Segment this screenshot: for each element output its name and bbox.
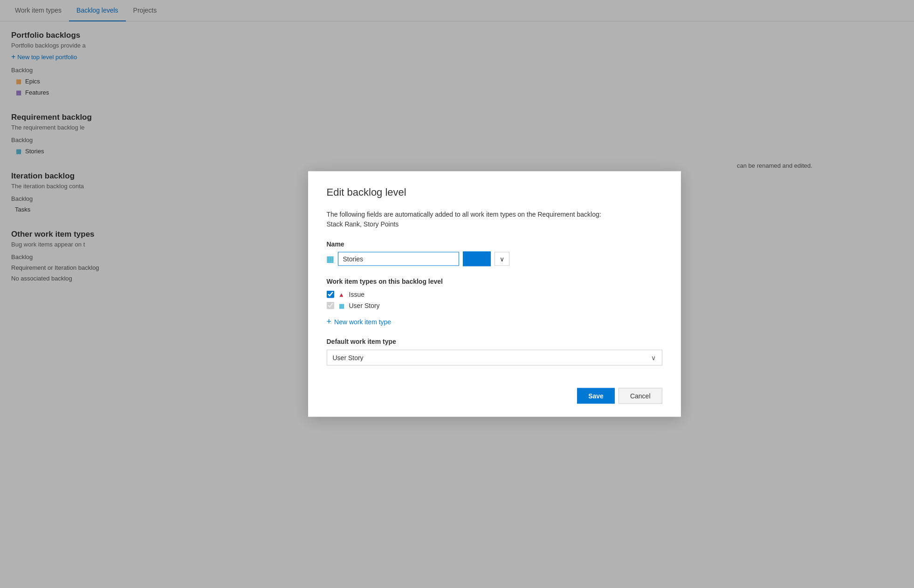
default-wit-select-wrapper: User Story Issue	[327, 350, 662, 366]
user-story-checkbox-row: ▦ User Story	[327, 302, 662, 309]
cancel-button[interactable]: Cancel	[618, 388, 662, 404]
user-story-label: User Story	[349, 302, 380, 309]
issue-label: Issue	[349, 291, 364, 298]
name-row: ▦ ∨	[327, 252, 662, 267]
color-picker-button[interactable]	[463, 252, 491, 267]
new-wit-link[interactable]: + New work item type	[327, 317, 662, 327]
modal-info: The following fields are automatically a…	[327, 210, 662, 229]
user-story-checkbox	[327, 302, 334, 309]
issue-icon: ▲	[338, 291, 345, 298]
issue-checkbox[interactable]	[327, 291, 334, 298]
name-label: Name	[327, 240, 662, 248]
default-wit-label: Default work item type	[327, 338, 662, 345]
name-input[interactable]	[338, 252, 459, 266]
backlog-icon-grid: ▦	[327, 255, 334, 263]
modal-title: Edit backlog level	[327, 186, 662, 198]
new-wit-plus-icon: +	[327, 317, 332, 327]
user-story-icon: ▦	[338, 302, 345, 309]
modal-footer: Save Cancel	[327, 381, 662, 404]
save-button[interactable]: Save	[577, 388, 615, 404]
new-wit-label: New work item type	[334, 318, 391, 325]
color-dropdown-button[interactable]: ∨	[495, 252, 509, 266]
edit-backlog-level-modal: Edit backlog level The following fields …	[308, 171, 681, 417]
default-wit-select[interactable]: User Story Issue	[327, 350, 662, 366]
issue-checkbox-row: ▲ Issue	[327, 291, 662, 298]
wit-section-label: Work item types on this backlog level	[327, 278, 662, 285]
